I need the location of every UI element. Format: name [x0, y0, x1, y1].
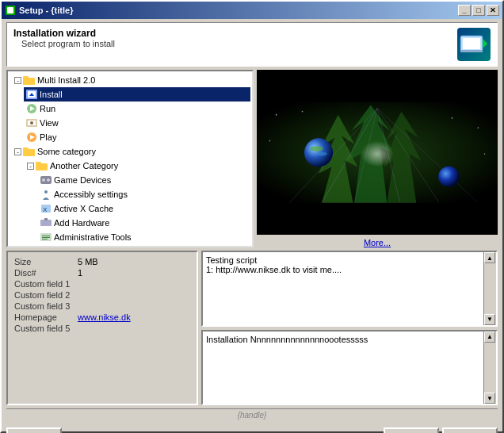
- view-icon: [25, 117, 38, 129]
- svg-point-42: [276, 114, 277, 116]
- disc-label: Disc#: [14, 268, 78, 278]
- scroll-up-btn[interactable]: ▲: [484, 252, 495, 263]
- script-line1: Testing script: [206, 255, 493, 265]
- info-row-custom2: Custom field 2: [14, 290, 190, 300]
- installation-scrollbar[interactable]: ▲ ▼: [483, 331, 496, 404]
- play-icon: [25, 131, 38, 144]
- svg-point-46: [269, 140, 271, 142]
- footer: Search Exit Install: [6, 424, 498, 433]
- label-accessibly-settings: Accessibly settings: [54, 190, 128, 199]
- resize-bar[interactable]: {handle}: [6, 408, 498, 421]
- tree-item-active-x-cache[interactable]: X Active X Cache: [38, 201, 250, 216]
- svg-marker-4: [483, 39, 487, 48]
- folder-icon-another: [36, 159, 48, 172]
- wizard-title: Installation wizard: [13, 28, 115, 39]
- header-text: Installation wizard Select program to in…: [13, 28, 115, 48]
- right-panels: Testing script 1: http://www.nikse.dk to…: [201, 251, 498, 405]
- install-button[interactable]: Install: [442, 427, 498, 433]
- svg-text:X: X: [43, 206, 48, 213]
- tree-panel[interactable]: - Multi Install 2.0 Install: [6, 70, 254, 247]
- label-run: Run: [40, 104, 55, 113]
- svg-rect-34: [42, 239, 48, 239]
- title-bar-text: Setup - {title}: [5, 5, 73, 16]
- size-value: 5 MB: [78, 257, 98, 266]
- custom2-label: Custom field 2: [14, 290, 78, 300]
- exit-button[interactable]: Exit: [384, 427, 439, 433]
- script-scrollbar[interactable]: ▲ ▼: [483, 252, 496, 325]
- installation-text-box: Installation Nnnnnnnnnnnnnnnoootesssss ▲…: [201, 330, 498, 406]
- title-bar: Setup - {title} _ □ ✕: [2, 2, 502, 19]
- disc-value: 1: [78, 268, 82, 278]
- custom5-label: Custom field 5: [14, 324, 78, 333]
- custom1-label: Custom field 1: [14, 279, 78, 289]
- svg-rect-33: [42, 237, 50, 238]
- tree-item-multi-install[interactable]: - Multi Install 2.0: [11, 73, 250, 87]
- maximize-button[interactable]: □: [472, 5, 485, 16]
- tree-item-add-hardware[interactable]: Add Hardware: [38, 216, 250, 230]
- script-line2: 1: http://www.nikse.dk to visit me....: [206, 265, 493, 274]
- folder-icon-some: [23, 145, 36, 158]
- svg-point-45: [478, 127, 479, 128]
- install-scroll-down-btn[interactable]: ▼: [484, 393, 495, 404]
- middle-section: - Multi Install 2.0 Install: [6, 70, 498, 247]
- expand-icon-another[interactable]: -: [27, 163, 34, 170]
- minimize-button[interactable]: _: [458, 5, 471, 16]
- tree-item-view[interactable]: View: [24, 116, 250, 130]
- window-title: Setup - {title}: [19, 6, 73, 15]
- label-game-devices: Game Devices: [54, 175, 111, 185]
- setup-icon: [459, 29, 489, 59]
- tree-item-another-category[interactable]: - Another Category: [24, 159, 250, 173]
- preview-svg: [257, 70, 498, 235]
- resize-handle-label: {handle}: [238, 411, 267, 420]
- svg-point-15: [30, 121, 33, 125]
- header-section: Installation wizard Select program to in…: [6, 22, 498, 67]
- info-panel: Size 5 MB Disc# 1 Custom field 1 Custom …: [6, 251, 198, 405]
- label-administrative-tools: Administrative Tools: [54, 232, 132, 242]
- info-row-custom1: Custom field 1: [14, 279, 190, 289]
- svg-rect-3: [463, 38, 480, 49]
- svg-rect-7: [23, 76, 29, 79]
- close-button[interactable]: ✕: [487, 5, 499, 16]
- add-hardware-icon: [40, 216, 52, 229]
- scroll-track: [484, 263, 496, 314]
- label-add-hardware: Add Hardware: [54, 218, 109, 228]
- main-window: Setup - {title} _ □ ✕ Installation wizar…: [0, 0, 504, 433]
- svg-point-23: [42, 178, 45, 182]
- svg-point-43: [302, 111, 304, 113]
- svg-rect-19: [23, 148, 29, 151]
- info-row-size: Size 5 MB: [14, 257, 190, 266]
- homepage-value[interactable]: www.nikse.dk: [78, 312, 131, 322]
- tree-item-some-category[interactable]: - Some category: [11, 144, 250, 159]
- tree-item-accessibly-settings[interactable]: Accessibly settings: [38, 187, 250, 201]
- custom3-label: Custom field 3: [14, 301, 78, 311]
- search-button[interactable]: Search: [6, 427, 62, 433]
- install-scroll-up-btn[interactable]: ▲: [484, 331, 495, 343]
- svg-point-49: [310, 146, 323, 151]
- svg-rect-30: [44, 218, 48, 220]
- wizard-subtitle: Select program to install: [21, 39, 115, 48]
- info-row-custom5: Custom field 5: [14, 324, 190, 333]
- svg-point-44: [452, 117, 453, 119]
- tree-item-administrative-tools[interactable]: Administrative Tools: [38, 230, 250, 244]
- label-some-category: Some category: [37, 147, 96, 156]
- label-install: Install: [40, 90, 63, 99]
- label-another-category: Another Category: [50, 161, 118, 171]
- svg-point-51: [438, 167, 459, 187]
- svg-rect-29: [40, 220, 52, 226]
- installation-text: Installation Nnnnnnnnnnnnnnnoootesssss: [206, 335, 493, 344]
- expand-icon-multi[interactable]: -: [14, 77, 21, 84]
- tree-item-play[interactable]: Play: [24, 130, 250, 144]
- install-icon: [25, 88, 38, 101]
- admin-tools-icon: [40, 231, 52, 243]
- tree-item-game-devices[interactable]: Game Devices: [38, 173, 250, 187]
- info-row-disc: Disc# 1: [14, 268, 190, 278]
- tree-item-install[interactable]: Install: [24, 87, 250, 102]
- tree-item-run[interactable]: Run: [24, 102, 250, 116]
- svg-rect-32: [42, 236, 50, 236]
- scroll-down-btn[interactable]: ▼: [484, 314, 495, 325]
- svg-rect-5: [460, 50, 483, 52]
- more-link[interactable]: More...: [364, 238, 391, 247]
- svg-rect-21: [36, 162, 41, 165]
- label-view: View: [40, 118, 59, 128]
- expand-icon-some[interactable]: -: [14, 148, 21, 155]
